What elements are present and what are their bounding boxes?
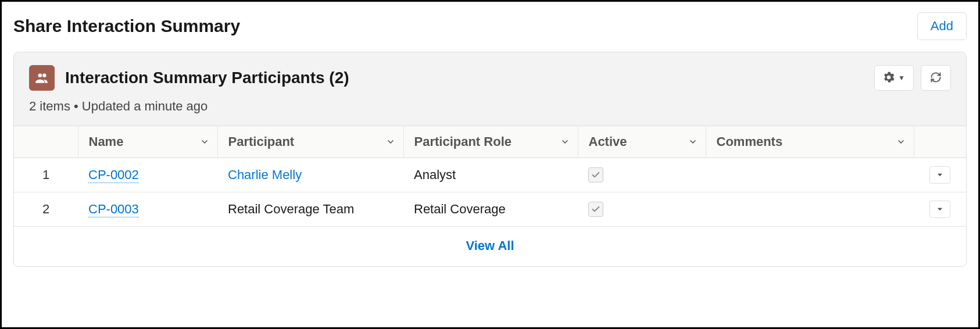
participant-role: Retail Coverage	[403, 192, 578, 227]
gear-icon	[883, 71, 895, 85]
page-title: Share Interaction Summary	[13, 16, 240, 36]
column-actions	[914, 126, 966, 158]
participants-icon	[29, 65, 55, 91]
column-active[interactable]: Active	[578, 126, 706, 158]
column-label: Participant	[228, 134, 295, 149]
table-row: 1 CP-0002 Charlie Melly Analyst	[14, 158, 966, 192]
chevron-down-icon[interactable]	[386, 137, 395, 146]
refresh-button[interactable]	[921, 65, 951, 91]
svg-marker-0	[938, 174, 942, 177]
view-all-link[interactable]: View All	[466, 238, 514, 253]
active-checkbox	[588, 167, 603, 183]
record-name-link[interactable]: CP-0002	[88, 167, 139, 183]
refresh-icon	[930, 71, 942, 85]
row-actions-button[interactable]	[929, 201, 950, 218]
settings-button[interactable]: ▼	[874, 65, 914, 91]
card-title: Interaction Summary Participants (2)	[65, 69, 349, 87]
column-label: Participant Role	[414, 134, 512, 149]
participant-role: Analyst	[403, 158, 578, 192]
active-checkbox	[588, 202, 603, 217]
chevron-down-icon	[936, 202, 944, 217]
column-rownum	[14, 126, 78, 158]
row-number: 2	[14, 192, 78, 227]
participants-table: Name Participant Participant Role	[14, 126, 966, 227]
comments-cell	[706, 192, 914, 227]
column-role[interactable]: Participant Role	[403, 126, 578, 158]
card-subtitle: 2 items • Updated a minute ago	[29, 99, 951, 114]
add-button[interactable]: Add	[917, 12, 967, 40]
row-actions-button[interactable]	[929, 166, 950, 184]
chevron-down-icon[interactable]	[200, 137, 209, 146]
column-label: Comments	[717, 134, 783, 149]
card-header: Interaction Summary Participants (2) 2 i…	[14, 52, 966, 126]
chevron-down-icon	[936, 167, 944, 183]
column-comments[interactable]: Comments	[706, 126, 914, 158]
comments-cell	[706, 158, 914, 192]
row-number: 1	[14, 158, 78, 192]
column-label: Name	[89, 134, 124, 149]
participant-text: Retail Coverage Team	[228, 202, 354, 216]
chevron-down-icon: ▼	[898, 74, 905, 82]
chevron-down-icon[interactable]	[896, 137, 906, 146]
participants-card: Interaction Summary Participants (2) 2 i…	[13, 52, 967, 267]
column-label: Active	[589, 134, 627, 149]
participant-link[interactable]: Charlie Melly	[228, 167, 302, 182]
chevron-down-icon[interactable]	[560, 137, 570, 146]
svg-marker-1	[938, 208, 942, 211]
table-row: 2 CP-0003 Retail Coverage Team Retail Co…	[14, 192, 966, 227]
column-name[interactable]: Name	[78, 126, 217, 158]
record-name-link[interactable]: CP-0003	[88, 202, 139, 217]
column-participant[interactable]: Participant	[217, 126, 403, 158]
chevron-down-icon[interactable]	[688, 137, 698, 146]
view-all-row: View All	[14, 227, 966, 266]
